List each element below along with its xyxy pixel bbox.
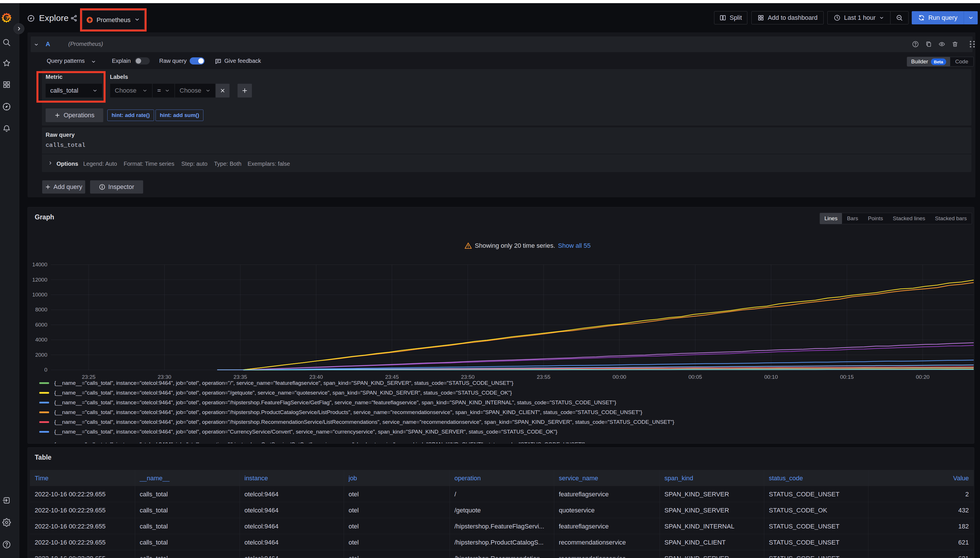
svg-text:6000: 6000 — [35, 322, 47, 328]
svg-text:10000: 10000 — [32, 292, 47, 298]
svg-text:23:25: 23:25 — [82, 374, 95, 380]
svg-text:2000: 2000 — [35, 352, 47, 358]
svg-text:23:45: 23:45 — [385, 374, 399, 380]
svg-text:8000: 8000 — [35, 307, 47, 313]
svg-text:00:05: 00:05 — [689, 374, 702, 380]
svg-text:00:15: 00:15 — [840, 374, 854, 380]
svg-text:00:20: 00:20 — [916, 374, 930, 380]
svg-text:00:00: 00:00 — [613, 374, 626, 380]
svg-text:23:30: 23:30 — [158, 374, 171, 380]
svg-text:14000: 14000 — [32, 261, 47, 268]
svg-text:4000: 4000 — [35, 336, 47, 343]
svg-text:23:50: 23:50 — [461, 374, 475, 380]
svg-text:23:40: 23:40 — [309, 374, 323, 380]
svg-text:23:55: 23:55 — [537, 374, 551, 380]
svg-text:12000: 12000 — [32, 277, 47, 283]
svg-text:0: 0 — [44, 367, 47, 373]
svg-text:00:10: 00:10 — [764, 374, 778, 380]
svg-text:23:35: 23:35 — [233, 374, 247, 380]
